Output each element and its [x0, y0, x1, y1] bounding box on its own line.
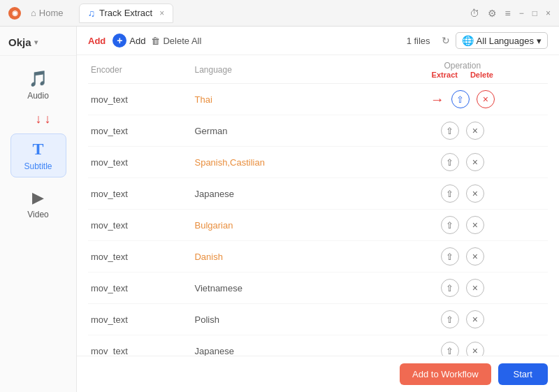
- minimize-button[interactable]: −: [519, 8, 524, 18]
- brand-chevron-icon: ▾: [34, 38, 38, 46]
- delete-button[interactable]: ×: [466, 279, 484, 297]
- operation-cell: ⇧×: [377, 304, 548, 335]
- video-label: Video: [27, 210, 48, 219]
- track-extract-tab[interactable]: ♫ Track Extract ×: [79, 3, 174, 23]
- add-button[interactable]: + Add: [112, 34, 145, 48]
- language-cell: Vietnamese: [191, 273, 377, 304]
- table-row: mov_textGerman⇧×: [88, 115, 548, 147]
- titlebar: ◉ ⌂ Home ♫ Track Extract × ⏱ ⚙ ≡ − □ ×: [0, 0, 559, 27]
- subtitle-icon: T: [32, 140, 43, 159]
- encoder-cell: mov_text: [88, 335, 191, 356]
- extract-button[interactable]: ⇧: [441, 184, 459, 203]
- delete-button[interactable]: ×: [466, 310, 484, 328]
- app-icon: ◉: [8, 7, 21, 20]
- refresh-icon[interactable]: ↻: [442, 35, 450, 46]
- table-row: mov_textDanish⇧×: [88, 241, 548, 273]
- language-cell: Spanish,Castilian: [191, 147, 377, 178]
- delete-button[interactable]: ×: [466, 216, 484, 234]
- home-label: Home: [39, 8, 64, 18]
- track-table: Encoder Language Operation Extract Delet…: [77, 55, 559, 356]
- home-tab[interactable]: ⌂ Home: [27, 6, 68, 20]
- delete-button[interactable]: ×: [466, 247, 484, 266]
- tab-close-button[interactable]: ×: [159, 8, 164, 18]
- operation-cell: →⇧×: [377, 84, 548, 115]
- operation-cell: ⇧×: [377, 210, 548, 241]
- extract-button[interactable]: ⇧: [441, 279, 459, 297]
- sidebar: Okja ▾ 🎵 Audio ↓ ↓ T Subtitle ▶ Video: [0, 27, 77, 392]
- language-cell: Japanese: [191, 335, 377, 356]
- menu-icon[interactable]: ≡: [505, 8, 511, 19]
- table-row: mov_textJapanese⇧×: [88, 178, 548, 210]
- language-cell: Bulgarian: [191, 210, 377, 241]
- operation-cell: ⇧×: [377, 115, 548, 147]
- language-header: Language: [191, 55, 377, 84]
- history-icon[interactable]: ⏱: [470, 8, 479, 19]
- encoder-cell: mov_text: [88, 178, 191, 210]
- sidebar-item-video[interactable]: ▶ Video: [10, 183, 66, 225]
- trash-icon: 🗑: [151, 36, 160, 46]
- encoder-cell: mov_text: [88, 115, 191, 147]
- annotation-arrows: ↓ ↓: [26, 112, 51, 126]
- delete-all-button[interactable]: 🗑 Delete All: [151, 36, 201, 46]
- operation-cell: ⇧×: [377, 147, 548, 178]
- table-row: mov_textVietnamese⇧×: [88, 273, 548, 304]
- add-annotation-label: Add: [88, 36, 106, 46]
- operation-cell: ⇧×: [377, 335, 548, 356]
- sidebar-nav: 🎵 Audio ↓ ↓ T Subtitle ▶ Video: [0, 56, 76, 233]
- encoder-cell: mov_text: [88, 304, 191, 335]
- bottom-bar: Add to Workflow Start: [77, 356, 559, 392]
- brand-name: Okja: [8, 36, 31, 48]
- sidebar-item-subtitle[interactable]: T Subtitle: [10, 133, 66, 177]
- delete-button[interactable]: ×: [477, 90, 495, 108]
- audio-label: Audio: [27, 91, 49, 101]
- extract-button[interactable]: ⇧: [441, 342, 459, 356]
- delete-button[interactable]: ×: [466, 122, 484, 140]
- language-filter-dropdown[interactable]: 🌐 All Languages ▾: [456, 32, 548, 49]
- extract-button[interactable]: ⇧: [441, 216, 459, 234]
- sidebar-item-audio[interactable]: 🎵 Audio: [10, 64, 66, 106]
- settings-icon[interactable]: ⚙: [488, 8, 497, 19]
- extract-button[interactable]: ⇧: [441, 153, 459, 171]
- content-area: Add + Add 🗑 Delete All 1 files ↻ 🌐 All L…: [77, 27, 559, 392]
- maximize-button[interactable]: □: [532, 8, 537, 18]
- add-button-label: Add: [129, 36, 145, 46]
- table-row: mov_textPolish⇧×: [88, 304, 548, 335]
- toolbar: Add + Add 🗑 Delete All 1 files ↻ 🌐 All L…: [77, 27, 559, 55]
- encoder-cell: mov_text: [88, 273, 191, 304]
- arrow-down-1: ↓: [36, 112, 42, 126]
- arrow-down-2: ↓: [45, 112, 51, 126]
- brand-logo[interactable]: Okja ▾: [0, 29, 76, 56]
- extract-button[interactable]: ⇧: [441, 310, 459, 328]
- language-cell: Polish: [191, 304, 377, 335]
- delete-button[interactable]: ×: [466, 184, 484, 203]
- delete-button[interactable]: ×: [466, 153, 484, 171]
- subtitle-label: Subtitle: [24, 161, 52, 171]
- delete-button[interactable]: ×: [466, 342, 484, 356]
- table-row: mov_textThai→⇧×: [88, 84, 548, 115]
- add-circle-icon: +: [112, 34, 126, 48]
- tab-waveform-icon: ♫: [88, 8, 96, 19]
- extract-button[interactable]: ⇧: [441, 247, 459, 266]
- extract-button[interactable]: ⇧: [451, 90, 470, 108]
- file-count: 1 files: [407, 36, 430, 46]
- encoder-cell: mov_text: [88, 147, 191, 178]
- home-icon: ⌂: [31, 8, 36, 18]
- close-button[interactable]: ×: [546, 8, 551, 18]
- annotation-arrow-right: →: [430, 92, 444, 108]
- lang-filter-chevron: ▾: [537, 36, 542, 46]
- language-cell: Japanese: [191, 178, 377, 210]
- operation-cell: ⇧×: [377, 178, 548, 210]
- table-row: mov_textBulgarian⇧×: [88, 210, 548, 241]
- main-layout: Okja ▾ 🎵 Audio ↓ ↓ T Subtitle ▶ Video: [0, 27, 559, 392]
- language-cell: German: [191, 115, 377, 147]
- operation-header: Operation Extract Delete: [377, 55, 548, 84]
- extract-button[interactable]: ⇧: [441, 122, 459, 140]
- audio-icon: 🎵: [29, 70, 48, 88]
- lang-filter-label: All Languages: [477, 36, 534, 46]
- encoder-cell: mov_text: [88, 210, 191, 241]
- add-to-workflow-button[interactable]: Add to Workflow: [400, 363, 491, 385]
- operation-cell: ⇧×: [377, 241, 548, 273]
- table-row: mov_textJapanese⇧×: [88, 335, 548, 356]
- start-button[interactable]: Start: [498, 363, 548, 385]
- encoder-cell: mov_text: [88, 84, 191, 115]
